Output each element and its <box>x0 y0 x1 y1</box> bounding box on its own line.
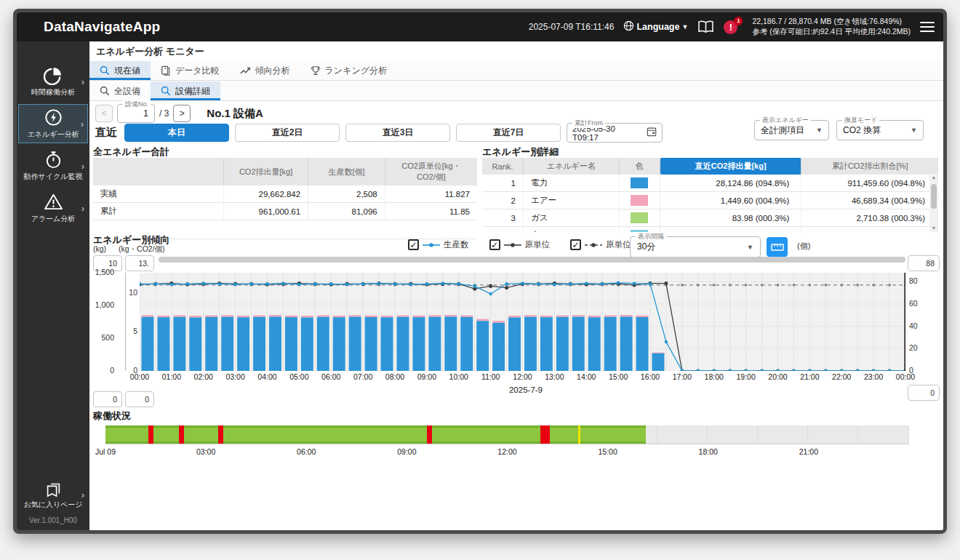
left-axis2-min-input[interactable]: 0 <box>125 391 154 407</box>
x-axis-tick: 03:00 <box>220 372 252 381</box>
right-axis-max-input[interactable]: 88 <box>908 255 940 271</box>
bar-pink <box>460 316 473 317</box>
cumulative-from-field[interactable]: 累計From 2025-05-30 T09:17 <box>567 123 663 143</box>
interval-select[interactable]: 表示間隔 30分 ▼ <box>630 236 761 257</box>
detail-cell: エアー <box>523 192 619 209</box>
period-button-group: 本日直近2日直近3日直近7日 <box>124 124 561 142</box>
summary-header-cell <box>93 158 224 185</box>
table-row[interactable]: 4水1.40 (000.0%)141.00 (000.0%) <box>482 227 938 233</box>
chevron-down-icon: ▼ <box>747 244 753 251</box>
bar-pink <box>205 316 217 317</box>
detail-scrollbar[interactable]: ▲ ▼ <box>929 174 938 232</box>
language-menu[interactable]: Language ▼ <box>623 20 688 33</box>
tab-all-equipment[interactable]: 全設備 <box>89 81 151 100</box>
bar-co2 <box>381 317 393 371</box>
period-button[interactable]: 直近7日 <box>456 124 561 142</box>
period-button[interactable]: 本日 <box>124 124 229 142</box>
bar-co2 <box>317 317 329 371</box>
sidebar-item-energy-analysis[interactable]: エネルギー分析 › <box>18 104 88 143</box>
summary-header-cell: 生産数[個] <box>308 158 385 185</box>
period-button[interactable]: 直近3日 <box>345 124 450 142</box>
detail-cell: 911,459.60 (094.8%) <box>801 175 938 192</box>
left-axis-tick: 1,500 <box>89 268 114 276</box>
table-row[interactable]: 2エアー1,449.60 (004.9%)46,689.34 (004.9%) <box>482 192 938 209</box>
color-swatch <box>631 177 648 188</box>
chevron-right-icon: › <box>81 76 84 87</box>
scroll-up-icon[interactable]: ▲ <box>929 174 938 181</box>
display-energy-select[interactable]: 表示エネルギー 全計測項目 ▼ <box>754 120 829 140</box>
right-axis-tick: 20 <box>909 343 931 352</box>
chart-horizontal-scrollbar[interactable] <box>159 257 905 263</box>
detail-cell: 83.98 (000.3%) <box>660 209 801 227</box>
chevron-right-icon: › <box>81 119 84 129</box>
legend-checkbox[interactable]: ✓ <box>489 239 500 250</box>
x-axis-tick: 05:00 <box>283 372 315 381</box>
axis-scale-button[interactable] <box>767 237 788 257</box>
run-segment-normal <box>105 425 646 444</box>
bar-pink <box>237 316 249 317</box>
detail-header-cell[interactable]: 直近CO2排出量[kg] <box>660 158 801 175</box>
x-axis-tick: 13:00 <box>538 372 570 381</box>
tab-current-value[interactable]: 現在値 <box>89 61 151 80</box>
detail-cell: 2 <box>482 192 523 209</box>
left-axis2-max-input[interactable]: 13. <box>125 255 154 271</box>
operation-status-timeline <box>105 425 909 444</box>
left-axis-min-input[interactable]: 0 <box>93 391 122 407</box>
interval-value: 30分 <box>637 241 747 253</box>
right-axis-tick: 80 <box>909 276 931 285</box>
table-row[interactable]: 1電力28,124.86 (094.8%)911,459.60 (094.8%) <box>482 175 938 192</box>
summary-section-title: 全エネルギー合計 <box>93 145 169 159</box>
tab-label: 全設備 <box>114 85 140 97</box>
color-swatch-cell <box>619 175 660 192</box>
bar-co2 <box>221 317 233 371</box>
bar-co2 <box>173 317 185 371</box>
left-axis-unit: (kg) <box>93 244 106 253</box>
detail-header-cell[interactable]: 累計CO2排出割合[%] <box>801 158 938 175</box>
hamburger-menu-icon[interactable] <box>920 19 935 35</box>
table-row: 累計961,000.6181,09611.85 <box>93 203 477 220</box>
cumulative-from-label: 累計From <box>572 119 605 128</box>
bar-pink <box>142 315 154 316</box>
run-segment-red <box>427 425 432 444</box>
color-swatch-cell <box>619 227 660 233</box>
sidebar-item-alarm-analysis[interactable]: アラーム分析 › <box>18 188 88 228</box>
sidebar-item-time-operation[interactable]: 時間稼働分析 › <box>18 62 88 101</box>
secondary-tabs: 全設備 設備詳細 <box>89 81 943 101</box>
equipment-next-button[interactable]: > <box>173 105 191 122</box>
conversion-mode-select[interactable]: 換算モード CO2 換算 ▼ <box>836 120 924 140</box>
legend-item: ✓生産数 <box>408 239 469 250</box>
equipment-number-field[interactable]: 設備No. 1 <box>117 104 155 123</box>
bar-co2 <box>237 317 249 371</box>
calendar-icon[interactable] <box>647 127 657 140</box>
equipment-prev-button[interactable]: < <box>95 105 113 122</box>
memory-line2: 参考 (保存可能日:約92.4日 平均使用:240.2MB) <box>752 27 911 37</box>
detail-cell: 4 <box>482 227 523 233</box>
bar-co2 <box>285 317 297 371</box>
detail-cell: 3 <box>482 209 523 227</box>
alert-notification[interactable]: ! 1 <box>724 18 743 36</box>
tab-ranking-analysis[interactable]: ランキング分析 <box>300 61 397 80</box>
x-axis-tick: 00:00 <box>124 372 156 381</box>
bar-pink <box>157 316 169 317</box>
legend-checkbox[interactable]: ✓ <box>570 239 581 250</box>
sidebar-item-favorites[interactable]: お気に入りページ › <box>18 477 88 512</box>
bar-co2 <box>142 317 154 371</box>
legend-checkbox[interactable]: ✓ <box>408 239 419 250</box>
scroll-down-icon[interactable]: ▼ <box>929 225 938 232</box>
scrollbar-thumb[interactable] <box>931 184 937 209</box>
sidebar-item-cycle-monitor[interactable]: 動作サイクル監視 › <box>18 146 88 185</box>
bar-pink <box>588 316 601 317</box>
run-segment-red <box>218 425 223 444</box>
left-axis-tick: 1,000 <box>89 300 114 309</box>
tab-equipment-detail[interactable]: 設備詳細 <box>151 81 220 100</box>
table-row[interactable]: 3ガス83.98 (000.3%)2,710.38 (000.3%) <box>482 209 938 227</box>
equipment-number-value: 1 <box>143 108 148 119</box>
tab-data-compare[interactable]: データ比較 <box>151 61 230 80</box>
right-axis-min-input[interactable]: 0 <box>908 385 940 401</box>
period-button[interactable]: 直近2日 <box>235 124 340 142</box>
tab-trend-analysis[interactable]: 傾向分析 <box>230 61 300 80</box>
tab-label: データ比較 <box>175 65 220 77</box>
run-segment-red <box>179 425 184 444</box>
manual-book-icon[interactable] <box>697 20 714 34</box>
sidebar-item-label: 時間稼働分析 <box>31 87 75 97</box>
